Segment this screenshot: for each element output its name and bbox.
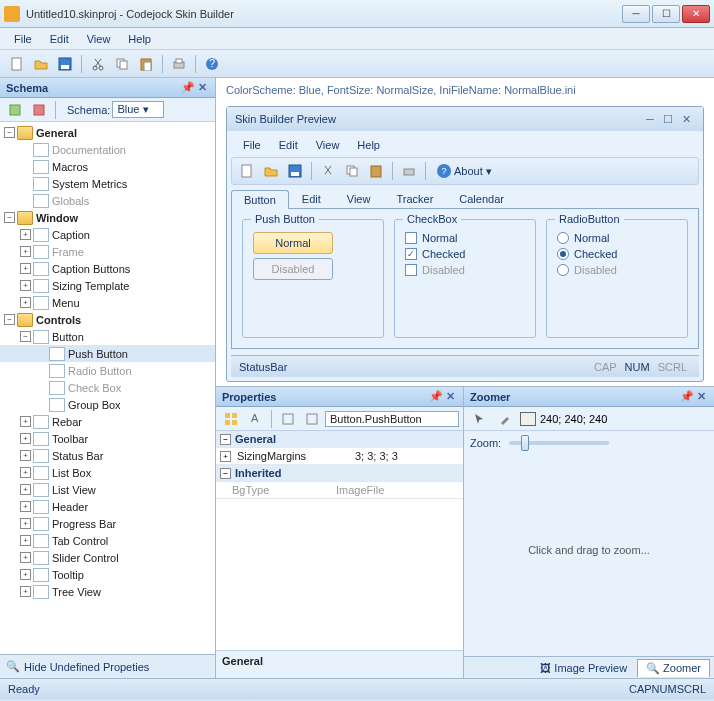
status-ready: Ready [8,683,40,695]
save-icon[interactable] [54,53,76,75]
help-icon[interactable]: ? [201,53,223,75]
tree-item[interactable]: +Tree View [0,583,215,600]
schema-add-icon[interactable] [4,99,26,121]
schema-tree[interactable]: −General Documentation Macros System Met… [0,122,215,654]
menu-help[interactable]: Help [120,31,159,47]
tree-item[interactable]: +Status Bar [0,447,215,464]
zoom-message: Click and drag to zoom... [470,449,708,650]
tree-item[interactable]: −Window [0,209,215,226]
tree-item[interactable]: +Menu [0,294,215,311]
alphabetical-icon[interactable]: A [244,408,266,430]
print-icon[interactable] [168,53,190,75]
menu-view[interactable]: View [79,31,119,47]
tab-tracker[interactable]: Tracker [383,189,446,208]
tree-item[interactable]: −Button [0,328,215,345]
preview-menu-edit[interactable]: Edit [271,137,306,153]
categorized-icon[interactable] [220,408,242,430]
tree-item[interactable]: Radio Button [0,362,215,379]
tab-image-preview[interactable]: 🖼Image Preview [532,660,635,676]
tab-view[interactable]: View [334,189,384,208]
open-icon[interactable] [30,53,52,75]
property-selector[interactable]: Button.PushButton [325,411,459,427]
main-menubar: File Edit View Help [0,28,714,50]
tree-item[interactable]: +List Box [0,464,215,481]
tree-item[interactable]: +Sizing Template [0,277,215,294]
tree-item[interactable]: Documentation [0,141,215,158]
copy-icon[interactable] [111,53,133,75]
panel-close-icon[interactable]: ✕ [694,390,708,404]
property-grid[interactable]: −General +SizingMargins3; 3; 3; 3 −Inher… [216,431,463,650]
tree-item[interactable]: +Slider Control [0,549,215,566]
svg-rect-8 [144,62,151,71]
close-button[interactable]: ✕ [682,5,710,23]
tree-item[interactable]: Check Box [0,379,215,396]
panel-close-icon[interactable]: ✕ [443,390,457,404]
radio-checked[interactable]: Checked [557,248,677,260]
preview-minimize-icon[interactable]: ─ [641,111,659,127]
preview-close-icon[interactable]: ✕ [677,111,695,127]
preview-new-icon[interactable] [236,160,258,182]
preview-menu-file[interactable]: File [235,137,269,153]
preview-maximize-icon[interactable]: ☐ [659,111,677,127]
tree-item[interactable]: +List View [0,481,215,498]
new-icon[interactable] [6,53,28,75]
push-normal-button[interactable]: Normal [253,232,333,254]
tree-item[interactable]: System Metrics [0,175,215,192]
pin-icon[interactable]: 📌 [181,81,195,95]
hide-undefined-button[interactable]: 🔍 Hide Undefined Propeties [0,654,215,678]
panel-close-icon[interactable]: ✕ [195,81,209,95]
props-tool-icon[interactable] [277,408,299,430]
menu-edit[interactable]: Edit [42,31,77,47]
preview-cut-icon[interactable] [317,160,339,182]
tree-item[interactable]: +Toolbar [0,430,215,447]
radio-normal[interactable]: Normal [557,232,677,244]
schema-label: Schema: [67,104,110,116]
tab-button[interactable]: Button [231,190,289,209]
tree-item[interactable]: Group Box [0,396,215,413]
schema-select[interactable]: Blue ▾ [112,101,163,118]
color-value: 240; 240; 240 [540,413,607,425]
maximize-button[interactable]: ☐ [652,5,680,23]
preview-about-button[interactable]: ?About▾ [431,162,498,180]
minimize-button[interactable]: ─ [622,5,650,23]
tree-item[interactable]: +Tab Control [0,532,215,549]
svg-text:?: ? [209,57,215,69]
tree-item[interactable]: Globals [0,192,215,209]
schema-delete-icon[interactable] [28,99,50,121]
window-titlebar: Untitled10.skinproj - Codejock Skin Buil… [0,0,714,28]
tree-item[interactable]: +Rebar [0,413,215,430]
svg-rect-13 [10,105,20,115]
tree-item[interactable]: Macros [0,158,215,175]
zoom-pointer-icon[interactable] [468,408,490,430]
preview-save-icon[interactable] [284,160,306,182]
tree-item[interactable]: +Caption [0,226,215,243]
chevron-down-icon: ▾ [486,165,492,178]
preview-copy-icon[interactable] [341,160,363,182]
svg-rect-2 [61,65,69,69]
tab-zoomer[interactable]: 🔍Zoomer [637,659,710,677]
tree-item[interactable]: +Frame [0,243,215,260]
preview-paste-icon[interactable] [365,160,387,182]
paste-icon[interactable] [135,53,157,75]
preview-open-icon[interactable] [260,160,282,182]
zoom-slider[interactable] [509,441,609,445]
props-tool2-icon[interactable] [301,408,323,430]
eyedropper-icon[interactable] [494,408,516,430]
tree-item[interactable]: +Caption Buttons [0,260,215,277]
preview-print-icon[interactable] [398,160,420,182]
tab-calendar[interactable]: Calendar [446,189,517,208]
pin-icon[interactable]: 📌 [429,390,443,404]
tree-item[interactable]: +Tooltip [0,566,215,583]
tree-item[interactable]: +Progress Bar [0,515,215,532]
preview-menu-help[interactable]: Help [349,137,388,153]
cut-icon[interactable] [87,53,109,75]
tree-item[interactable]: +Header [0,498,215,515]
pin-icon[interactable]: 📌 [680,390,694,404]
preview-menu-view[interactable]: View [308,137,348,153]
check-checked[interactable]: ✓Checked [405,248,525,260]
tab-edit[interactable]: Edit [289,189,334,208]
tree-item-selected[interactable]: Push Button [0,345,215,362]
check-normal[interactable]: Normal [405,232,525,244]
menu-file[interactable]: File [6,31,40,47]
tree-item[interactable]: −Controls [0,311,215,328]
